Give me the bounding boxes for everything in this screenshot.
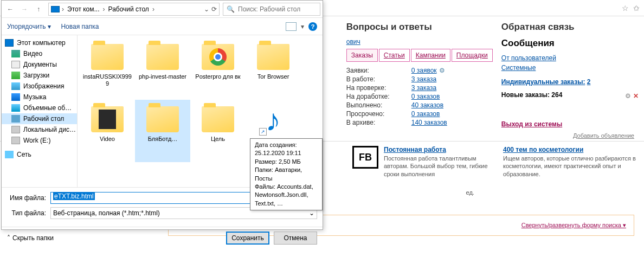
stat-link[interactable]: 0 заказов <box>411 93 440 100</box>
stat-label: На доработке: <box>346 93 411 100</box>
tree-desktop[interactable]: Рабочий стол <box>2 113 77 124</box>
stat-link[interactable]: 3 заказа <box>411 75 436 83</box>
system-link[interactable]: Системные <box>501 63 634 73</box>
advert-card: 400 тем по косметологии Ищем авторов, ко… <box>503 146 644 178</box>
shortcut-arrow-icon: ↗ <box>259 128 267 136</box>
close-icon[interactable]: ✕ <box>633 92 639 100</box>
file-item[interactable]: instaRUSSKIX9999 <box>80 37 135 100</box>
tree-3dobjects[interactable]: Объемные об… <box>2 102 77 113</box>
file-grid: instaRUSSKIX9999 php-invest-master Poste… <box>78 35 323 187</box>
music-shortcut-icon: ↗ <box>259 105 287 136</box>
save-button[interactable]: Сохранить <box>226 232 269 245</box>
organize-menu[interactable]: Упорядочить ▾ <box>7 23 51 30</box>
tab-campaigns[interactable]: Кампании <box>411 49 450 62</box>
file-item[interactable]: Цель <box>190 100 246 162</box>
cancel-button[interactable]: Отмена <box>274 232 317 245</box>
new-folder-button[interactable]: Новая папка <box>61 23 99 30</box>
advert-text: Постоянная работа талантливым авторам. Б… <box>384 155 492 178</box>
network-icon <box>5 151 14 158</box>
tree-music[interactable]: Музыка <box>2 92 77 102</box>
file-item[interactable]: php-invest-master <box>135 37 190 100</box>
folder-icon <box>91 106 124 132</box>
download-icon <box>11 72 20 79</box>
tree-network[interactable]: Сеть <box>2 149 77 160</box>
logout-link[interactable]: Выход из системы <box>501 120 634 128</box>
advert-title-link[interactable]: 400 тем по косметологии <box>503 146 644 153</box>
stat-link[interactable]: 0 заявок <box>411 67 437 74</box>
tab-articles[interactable]: Статьи <box>379 49 410 62</box>
nav-up-icon[interactable]: ↑ <box>32 3 45 16</box>
folder-tooltip: Дата создания: 25.12.2020 19:11 Размер: … <box>250 138 323 210</box>
favorite-icon[interactable]: ☆ <box>622 4 629 12</box>
chevron-icon[interactable]: › <box>152 5 154 13</box>
user-name-link[interactable]: ович <box>346 38 493 46</box>
tree-localdisk[interactable]: Локальный дис… <box>2 124 77 135</box>
stat-label: В работе: <box>346 75 411 83</box>
tree-work-e[interactable]: Work (E:) <box>2 135 77 146</box>
individual-orders-link[interactable]: Индивидуальные заказы: <box>501 77 585 87</box>
tree-videos[interactable]: Видео <box>2 48 77 59</box>
address-bar[interactable]: › Этот ком... › Рабочий стол › ⌄ ⟳ <box>48 3 220 16</box>
chevron-down-icon[interactable]: ▾ <box>301 23 304 30</box>
feedback-heading: Обратная связь <box>501 22 634 33</box>
stat-label: На проверке: <box>346 84 411 92</box>
tab-orders[interactable]: Заказы <box>346 49 378 62</box>
tree-downloads[interactable]: Загрузки <box>2 70 77 81</box>
folder-icon <box>146 44 179 70</box>
chevron-up-icon: ˄ <box>7 234 10 242</box>
individual-orders-count[interactable]: 2 <box>587 78 591 86</box>
disk-icon <box>11 126 20 133</box>
new-orders-label: Новые заказы: <box>501 91 550 99</box>
chevron-down-icon: ▾ <box>48 23 51 30</box>
stat-link[interactable]: 3 заказа <box>411 84 436 92</box>
stat-link[interactable]: 40 заказов <box>411 101 443 109</box>
3d-icon <box>11 104 20 112</box>
tab-sites[interactable]: Площадки <box>452 49 493 62</box>
breadcrumb-item[interactable]: Этот ком... <box>66 5 101 13</box>
toggle-search-form-link[interactable]: Свернуть/развернуть форму поиска <box>521 222 626 229</box>
search-icon: 🔍 <box>227 5 235 13</box>
gear-icon[interactable]: ⚙ <box>439 67 445 74</box>
fb-logo-icon: FB <box>352 146 378 169</box>
new-orders-count: 264 <box>551 91 562 99</box>
folder-icon <box>257 44 289 70</box>
tree-documents[interactable]: Документы <box>2 59 77 70</box>
filetype-label: Тип файла: <box>7 209 46 217</box>
file-item[interactable]: БляБотд… <box>135 100 190 162</box>
qa-heading: Вопросы и ответы <box>346 22 493 33</box>
folder-icon <box>202 44 234 70</box>
desktop-icon <box>11 115 20 123</box>
pc-icon <box>5 39 14 47</box>
advert-title-link[interactable]: Постоянная работа <box>384 146 492 153</box>
chevron-icon[interactable]: › <box>103 5 105 13</box>
nav-back-icon[interactable]: ← <box>4 3 17 16</box>
widget-controls: ⚙✕ <box>625 92 639 100</box>
refresh-icon[interactable]: ⟳ <box>211 5 217 13</box>
tree-images[interactable]: Изображения <box>2 81 77 92</box>
help-icon[interactable]: ? <box>308 22 317 31</box>
tree-this-pc[interactable]: Этот компьютер <box>2 37 77 48</box>
chevron-icon[interactable]: › <box>62 5 64 13</box>
file-item[interactable]: Video <box>80 100 135 162</box>
from-users-link[interactable]: От пользователей <box>501 53 634 63</box>
gear-icon[interactable]: ⚙ <box>625 92 631 100</box>
search-placeholder: Поиск: Рабочий стол <box>238 5 300 13</box>
pc-icon <box>51 6 60 12</box>
hide-folders-toggle[interactable]: ˄Скрыть папки <box>7 234 54 242</box>
view-mode-icon[interactable] <box>286 22 297 31</box>
chevron-down-icon[interactable]: ⌄ <box>204 5 209 13</box>
folder-tree: Этот компьютер Видео Документы Загрузки … <box>2 35 78 187</box>
breadcrumb-item[interactable]: Рабочий стол <box>107 5 150 13</box>
stat-link[interactable]: 140 заказов <box>411 119 447 126</box>
file-item[interactable]: Posterpro для вк <box>190 37 246 100</box>
disk-icon <box>11 137 20 144</box>
image-icon <box>11 82 20 90</box>
search-field[interactable]: 🔍 Поиск: Рабочий стол <box>223 3 320 16</box>
messages-heading: Сообщения <box>501 38 634 49</box>
stat-link[interactable]: 0 заказов <box>411 110 440 118</box>
stats-tabs: Заказы Статьи Кампании Площадки <box>346 49 493 62</box>
stat-label: Выполнено: <box>346 101 411 109</box>
file-item[interactable]: Tor Browser <box>246 37 301 100</box>
advert-text: Ищем авторов, которые отлично разбираютс… <box>503 155 644 178</box>
collections-icon[interactable]: ✩ <box>633 4 640 12</box>
